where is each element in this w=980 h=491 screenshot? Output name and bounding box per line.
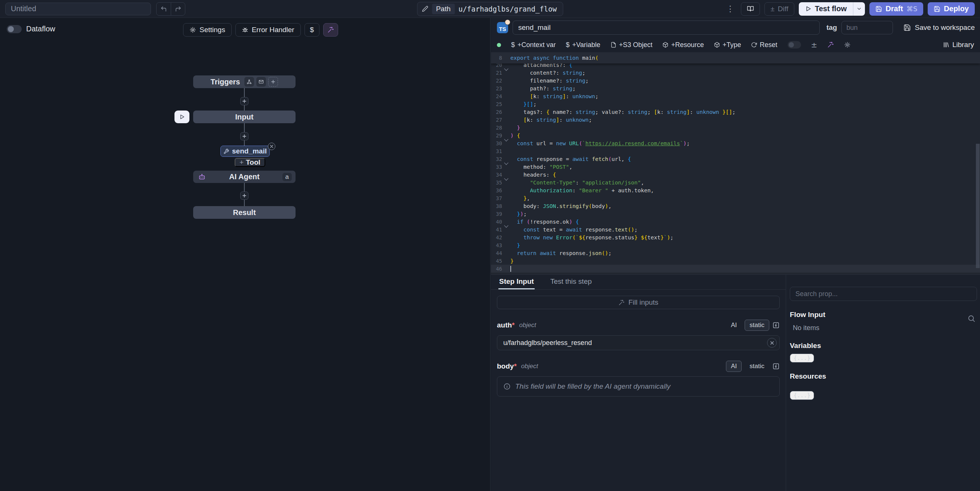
code-line-34[interactable]: 34 headers: { [491,171,980,178]
add-s3-object-button[interactable]: +S3 Object [611,41,653,49]
reset-icon [751,42,757,48]
node-triggers[interactable]: Triggers [193,75,296,88]
node-ai-agent[interactable]: AI Agent a [193,171,296,183]
add-tool-button[interactable]: + Tool [235,158,265,167]
code-line-43[interactable]: 43 } [491,241,980,249]
insert-step-button-2[interactable] [240,132,248,140]
add-variable-button[interactable]: $+Variable [566,41,600,49]
editor-settings-button[interactable] [844,41,851,48]
body-ai-mode-button[interactable]: AI [726,361,741,372]
editor-scrollbar[interactable] [976,144,980,268]
node-send-mail[interactable]: send_mail [220,146,270,157]
tab-test-this-step[interactable]: Test this step [550,275,593,289]
code-line-31[interactable]: 31 [491,147,980,155]
variables-object-pill[interactable]: {...} [790,354,814,362]
diff-button[interactable]: ± Diff [764,2,794,16]
resources-object-pill[interactable]: {...} [790,391,814,400]
path-pill[interactable]: Path u/farhadglbs/grand_flow [417,2,563,16]
code-line-8[interactable]: 8export async function main( [491,52,980,64]
code-line-21[interactable]: 21 content?: string; [491,69,980,76]
code-line-38[interactable]: 38 body: JSON.stringify(body), [491,202,980,210]
flow-title-input[interactable] [5,3,151,15]
auth-ai-mode-button[interactable]: AI [726,319,741,331]
run-input-button[interactable] [175,111,189,123]
code-line-40[interactable]: 40 if (!response.ok) { [491,218,980,226]
undo-redo-group [156,2,185,16]
code-line-33[interactable]: 33 method: "POST", [491,163,980,171]
auth-resource-input[interactable] [497,335,780,350]
code-line-45[interactable]: 45} [491,257,980,265]
webhook-icon[interactable] [244,77,254,87]
test-flow-button[interactable]: Test flow [799,2,853,16]
docs-button[interactable] [741,2,760,16]
variables-title: Variables [790,342,977,350]
error-handler-button[interactable]: Error Handler [235,23,301,37]
search-icon[interactable] [967,315,975,323]
code-line-42[interactable]: 42 throw new Error(`${response.status} $… [491,234,980,241]
code-line-28[interactable]: 28 } [491,124,980,132]
clear-auth-button[interactable] [767,338,777,348]
dollar-icon: $ [511,41,515,49]
add-trigger-button[interactable] [268,77,278,87]
settings-button[interactable]: Settings [183,23,232,37]
deploy-button[interactable]: Deploy [928,2,975,16]
code-line-35[interactable]: 35 "Content-Type": "application/json", [491,178,980,186]
step-name-input[interactable] [512,21,820,35]
path-container: Path u/farhadglbs/grand_flow [417,2,563,16]
email-trigger-icon[interactable] [256,77,266,87]
fill-inputs-button[interactable]: Fill inputs [497,296,780,309]
sticky-scope-line[interactable]: 8export async function main( [491,52,980,64]
tab-step-input[interactable]: Step Input [498,275,535,289]
insert-step-button-3[interactable] [240,192,248,200]
code-line-41[interactable]: 41 const text = await response.text(); [491,226,980,234]
topbar: Path u/farhadglbs/grand_flow ⋮ ± Diff Te… [0,0,980,18]
code-line-29[interactable]: 29) { [491,132,980,139]
reset-button[interactable]: Reset [751,41,777,49]
dollar-button[interactable]: $ [304,23,320,37]
code-line-27[interactable]: 27 [k: string]: unknown; [491,116,980,124]
node-result[interactable]: Result [193,206,296,219]
draft-label: Draft [886,5,903,13]
code-line-32[interactable]: 32 const response = await fetch(url, { [491,155,980,163]
undo-button[interactable] [156,3,171,15]
code-line-36[interactable]: 36 Authorization: "Bearer " + auth.token… [491,186,980,194]
auth-expression-button[interactable] [772,321,780,329]
save-to-workspace-button[interactable]: Save to workspace [904,24,975,32]
prop-search-input[interactable] [790,287,977,301]
tag-input[interactable] [842,21,893,34]
add-type-button[interactable]: +Type [714,41,741,49]
body-static-mode-button[interactable]: static [745,361,769,372]
editor-option-toggle[interactable] [788,41,801,49]
diff-mode-button[interactable]: ± [811,40,818,49]
book-icon [747,5,754,12]
draft-button[interactable]: Draft ⌘S [869,2,923,16]
code-line-25[interactable]: 25 }[]; [491,100,980,108]
code-editor[interactable]: 20 attachments?: {21 content?: string;22… [491,52,980,275]
ai-wand-button[interactable] [323,23,338,37]
code-line-23[interactable]: 23 path?: string; [491,84,980,92]
add-context-var-button[interactable]: $+Context var [511,41,556,49]
test-flow-dropdown-button[interactable] [853,2,865,16]
code-line-22[interactable]: 22 filename?: string; [491,76,980,84]
remove-tool-button[interactable] [268,143,275,150]
ai-assist-button[interactable] [827,41,834,48]
auth-static-mode-button[interactable]: static [745,319,769,331]
redo-button[interactable] [171,3,185,15]
magic-wand-icon [827,41,834,48]
add-resource-button[interactable]: +Resource [662,41,704,49]
node-input[interactable]: Input [193,111,296,123]
insert-step-button-1[interactable] [240,97,248,105]
code-line-37[interactable]: 37 }, [491,194,980,202]
flow-canvas[interactable]: Dataflow Settings Error Handler $ Trigge… [0,18,490,491]
code-line-30[interactable]: 30 const url = new URL(`https://api.rese… [491,139,980,147]
field-type: object [519,321,536,329]
body-expression-button[interactable] [772,362,780,370]
library-button[interactable]: Library [943,41,974,49]
more-options-button[interactable]: ⋮ [724,4,737,13]
code-line-39[interactable]: 39 }); [491,210,980,218]
code-line-26[interactable]: 26 tags?: { name?: string; value?: strin… [491,108,980,116]
code-line-46[interactable]: 46 [491,265,980,273]
code-line-24[interactable]: 24 [k: string]: unknown; [491,92,980,100]
code-line-44[interactable]: 44 return await response.json(); [491,249,980,257]
dataflow-toggle[interactable] [7,25,22,33]
